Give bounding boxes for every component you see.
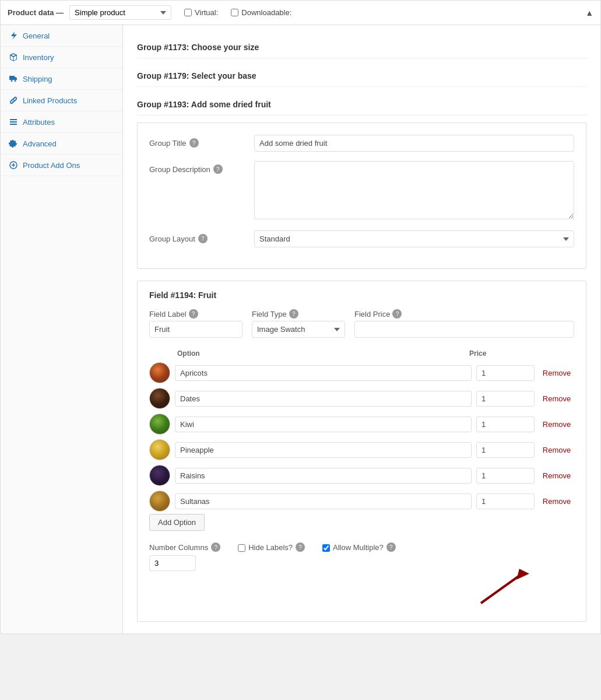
option-price-kiwi[interactable] [476, 416, 535, 432]
option-name-pineapple[interactable] [175, 442, 472, 458]
field-type-col: Field Type ? Image Swatch Text Select Ch… [252, 309, 345, 338]
group-title-label: Group Title ? [149, 135, 254, 148]
svg-rect-1 [10, 121, 17, 123]
sidebar-item-advanced[interactable]: Advanced [1, 133, 122, 155]
sidebar-item-label: Shipping [23, 75, 52, 83]
field-type-label: Field Type ? [252, 309, 345, 318]
option-row-raisins: Remove [149, 463, 574, 488]
option-name-sultanas[interactable] [175, 494, 472, 509]
option-remove-apricots[interactable]: Remove [539, 369, 574, 377]
option-remove-pineapple[interactable]: Remove [539, 446, 574, 454]
option-remove-sultanas[interactable]: Remove [539, 497, 574, 506]
group-layout-label: Group Layout ? [149, 230, 254, 243]
sidebar-item-label: General [23, 32, 50, 40]
downloadable-checkbox-group: Downloadable: [231, 8, 291, 17]
field-price-help-icon[interactable]: ? [392, 309, 402, 318]
field-type-select[interactable]: Image Swatch Text Select Checkbox Radio [252, 321, 345, 338]
option-row-apricots: Remove [149, 360, 574, 386]
collapse-button[interactable]: ▲ [585, 8, 593, 18]
downloadable-label: Downloadable: [241, 8, 291, 17]
field-label-input[interactable] [149, 321, 242, 338]
add-option-button[interactable]: Add Option [149, 514, 205, 531]
gear-icon [9, 139, 18, 148]
allow-multiple-checkbox[interactable] [322, 544, 330, 552]
option-name-kiwi[interactable] [175, 416, 472, 432]
options-col-price-header: Price [469, 349, 533, 358]
group-form: Group Title ? Group Description ? [137, 123, 586, 269]
option-name-dates[interactable] [175, 391, 472, 407]
group-1193-label: Group #1193: Add some dried fruit [137, 100, 271, 109]
option-remove-raisins[interactable]: Remove [539, 471, 574, 480]
sidebar-item-shipping[interactable]: Shipping [1, 68, 122, 90]
option-price-dates[interactable] [476, 391, 535, 407]
group-title-row: Group Title ? [149, 135, 574, 152]
sidebar-item-product-add-ons[interactable]: Product Add Ons [1, 155, 122, 176]
options-header: Option Price [149, 347, 574, 360]
option-price-sultanas[interactable] [476, 494, 535, 509]
sidebar: General Inventory Shipping Linked Produc… [1, 25, 123, 634]
option-remove-dates[interactable]: Remove [539, 394, 574, 403]
group-title-help-icon[interactable]: ? [189, 138, 199, 148]
group-description-textarea[interactable] [254, 161, 574, 219]
group-1179-label: Group #1179: Select your base [137, 71, 256, 80]
field-meta-row: Field Label ? Field Type ? Image Swatch … [149, 309, 574, 338]
field-type-help-icon[interactable]: ? [289, 309, 298, 318]
group-layout-help-icon[interactable]: ? [198, 234, 208, 243]
swatch-pineapple [149, 439, 170, 460]
sidebar-item-inventory[interactable]: Inventory [1, 47, 122, 68]
field-price-input[interactable] [354, 321, 574, 338]
group-description-label: Group Description ? [149, 161, 254, 174]
sidebar-item-linked-products[interactable]: Linked Products [1, 90, 122, 111]
downloadable-checkbox[interactable] [231, 9, 238, 16]
allow-multiple-help-icon[interactable]: ? [386, 542, 396, 552]
field-header: Field #1194: Fruit [149, 290, 574, 300]
sidebar-item-general[interactable]: General [1, 25, 122, 47]
field-label-help-icon[interactable]: ? [189, 309, 198, 318]
option-row-sultanas: Remove [149, 488, 574, 514]
sidebar-item-label: Product Add Ons [23, 161, 80, 170]
swatch-apricots [149, 362, 170, 383]
swatch-dates [149, 388, 170, 409]
number-columns-col: Number Columns ? [149, 542, 220, 571]
virtual-checkbox[interactable] [184, 9, 192, 16]
option-row-kiwi: Remove [149, 411, 574, 437]
options-list: Remove Remove Remove [149, 360, 574, 514]
number-columns-help-icon[interactable]: ? [211, 542, 220, 552]
group-description-help-icon[interactable]: ? [213, 164, 223, 174]
group-layout-control: Standard Dropdowns Checkboxes Radio Butt… [254, 230, 574, 247]
group-layout-row: Group Layout ? Standard Dropdowns Checkb… [149, 230, 574, 247]
group-1173-label: Group #1173: Choose your size [137, 43, 259, 52]
arrow-indicator [469, 565, 539, 606]
link-icon [9, 96, 18, 105]
product-data-body: General Inventory Shipping Linked Produc… [1, 25, 600, 634]
sidebar-item-attributes[interactable]: Attributes [1, 111, 122, 133]
options-col-option-header: Option [149, 349, 469, 358]
hide-labels-checkbox[interactable] [238, 544, 245, 552]
swatch-sultanas [149, 491, 170, 512]
option-row-pineapple: Remove [149, 437, 574, 463]
option-remove-kiwi[interactable]: Remove [539, 420, 574, 429]
number-columns-input[interactable] [149, 555, 196, 571]
options-col-remove-header [533, 349, 574, 358]
sidebar-item-label: Linked Products [23, 96, 77, 105]
virtual-checkbox-group: Virtual: [184, 8, 218, 17]
option-price-pineapple[interactable] [476, 442, 535, 458]
sidebar-item-label: Advanced [23, 139, 57, 148]
sidebar-item-label: Attributes [23, 118, 55, 127]
product-type-select[interactable]: Simple product Variable product Grouped … [69, 5, 171, 20]
group-description-row: Group Description ? [149, 161, 574, 221]
option-price-apricots[interactable] [476, 365, 535, 381]
hide-labels-help-icon[interactable]: ? [296, 542, 305, 552]
group-1173-header: Group #1173: Choose your size [137, 37, 586, 58]
option-name-apricots[interactable] [175, 365, 472, 381]
group-description-control [254, 161, 574, 221]
group-title-input[interactable] [254, 135, 574, 152]
group-1193-header: Group #1193: Add some dried fruit [137, 94, 586, 116]
plus-circle-icon [9, 160, 18, 170]
group-layout-select[interactable]: Standard Dropdowns Checkboxes Radio Butt… [254, 230, 574, 247]
option-price-raisins[interactable] [476, 468, 535, 484]
svg-line-6 [481, 574, 522, 603]
product-data-header: Product data — Simple product Variable p… [1, 1, 600, 25]
list-icon [9, 117, 18, 127]
option-name-raisins[interactable] [175, 468, 472, 484]
